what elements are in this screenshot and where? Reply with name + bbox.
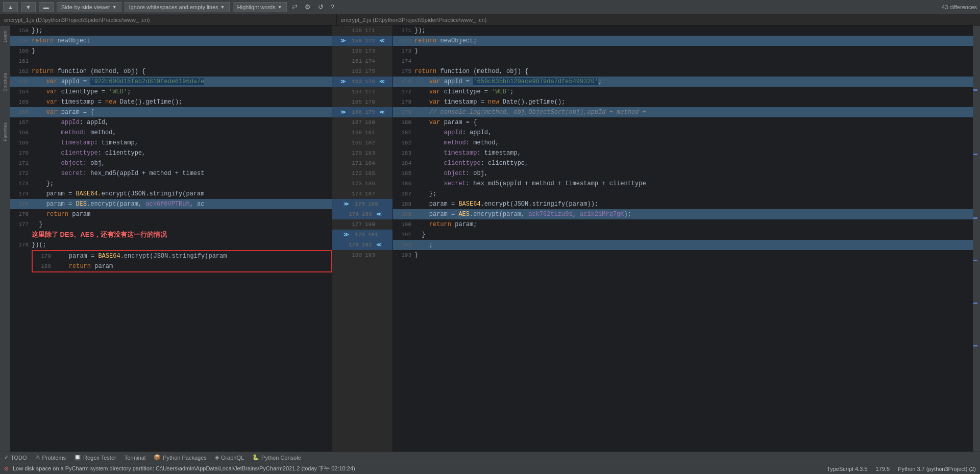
- scroll-indicator: [973, 217, 977, 219]
- table-row: 176 return param: [10, 209, 332, 219]
- error-icon: ⊘: [4, 465, 9, 472]
- table-row: 190 return param;: [393, 219, 973, 230]
- settings-icon[interactable]: ⇄: [290, 2, 300, 12]
- scroll-indicator: [973, 89, 977, 91]
- ignore-chevron: ▼: [220, 5, 225, 10]
- diff-count: 43 differences: [942, 4, 977, 10]
- python-packages-tab[interactable]: 📦 Python Packages: [154, 454, 207, 461]
- right-code-panel[interactable]: 171 }); 172 return newObject; 173 } 174: [393, 26, 973, 452]
- highlight-dropdown[interactable]: Highlight words ▼: [233, 2, 287, 12]
- nav-mark-btn[interactable]: ▬: [39, 2, 54, 12]
- table-row: 165 var timestamp = new Date().getTime()…: [10, 97, 332, 107]
- table-row: 180 var param = {: [393, 117, 973, 128]
- table-row: 这里除了 DES、AES，还有没有这一行的情况: [10, 230, 332, 240]
- learn-label: Learn: [3, 31, 8, 42]
- table-row: 175 param = DES.encrypt(param, ack6f0VPT…: [10, 199, 332, 209]
- table-row: 168 method: method,: [10, 128, 332, 138]
- problems-tab[interactable]: ⚠ Problems: [35, 454, 66, 461]
- table-row: 183 timestamp: timestamp,: [393, 148, 973, 158]
- right-file-path: encrypt_2.js (D:\python3Project\Spider\P…: [337, 14, 980, 25]
- scroll-indicator: [973, 345, 977, 346]
- regex-tester-tab[interactable]: 🔲 Regex Tester: [74, 454, 116, 461]
- table-row: 171 object: obj,: [10, 158, 332, 168]
- table-row: 176 ➤ var appId = '659c635bb129ace9879da…: [393, 77, 973, 87]
- sync-icon[interactable]: ↺: [316, 2, 326, 12]
- table-row: 171 });: [393, 26, 973, 36]
- table-row: 186 secret: hex_md5(appId + method + tim…: [393, 179, 973, 189]
- table-row: 178 var timestamp = new Date().getTime()…: [393, 97, 973, 107]
- help-icon[interactable]: ?: [329, 2, 336, 12]
- nav-up-btn[interactable]: ▲: [3, 2, 18, 12]
- table-row: 184 clienttype: clienttype,: [393, 158, 973, 168]
- table-row: 185 object: obj,: [393, 168, 973, 179]
- nav-down-btn[interactable]: ▼: [21, 2, 36, 12]
- table-row: 162 return function (method, obj) {: [10, 66, 332, 77]
- gear-icon[interactable]: ⚙: [303, 2, 313, 12]
- highlight-chevron: ▼: [278, 5, 282, 10]
- table-row: 163 ➤ var appId = '922c600d15fab2d819fed…: [10, 77, 332, 87]
- terminal-tab[interactable]: Terminal: [125, 455, 146, 461]
- cursor-position: 179:5: [876, 466, 890, 472]
- table-row: 193 }: [393, 250, 973, 260]
- table-row: 164 var clienttype = 'WEB';: [10, 87, 332, 97]
- annotation-box: 179 param = BASE64.encrypt(JSON.stringif…: [32, 250, 332, 272]
- table-row: 172 secret: hex_md5(appId + method + tim…: [10, 168, 332, 179]
- toolbar: ▲ ▼ ▬ Side-by-side viewer ▼ Ignore white…: [0, 0, 980, 14]
- table-row: 180 return param: [33, 261, 331, 271]
- typescript-version: TypeScript 4.3.5: [827, 466, 868, 472]
- favorites-label: Favorites: [3, 122, 8, 141]
- table-row: 169 timestamp: timestamp,: [10, 138, 332, 148]
- table-row: 173 };: [10, 179, 332, 189]
- table-row: 178 })(;: [10, 240, 332, 250]
- table-row: 181 appId: appId,: [393, 128, 973, 138]
- table-row: 166 var param = {: [10, 107, 332, 117]
- viewer-dropdown[interactable]: Side-by-side viewer ▼: [57, 2, 121, 12]
- todo-tab[interactable]: ✓ TODO: [4, 454, 27, 461]
- status-bar: ⊘ Low disk space on a PyCharm system dir…: [0, 463, 980, 474]
- file-header: encrypt_1.js (D:\python3Project\Spider\P…: [0, 14, 980, 26]
- table-row: 182 method: method,: [393, 138, 973, 148]
- table-row: 174: [393, 56, 973, 66]
- table-row: 177 }: [10, 219, 332, 230]
- middle-column: 158171 ≫159172≪ 160173 161174 162175 ≫16…: [332, 26, 393, 452]
- status-message: Low disk space on a PyCharm system direc…: [13, 465, 355, 472]
- left-file-path: encrypt_1.js (D:\python3Project\Spider\P…: [0, 14, 337, 25]
- scroll-indicator: [973, 303, 977, 304]
- left-code-panel[interactable]: 158 }); 159 return newObject 160 } 161: [10, 26, 332, 452]
- right-scrollbar[interactable]: [973, 26, 980, 452]
- python-console-tab[interactable]: 🐍 Python Console: [252, 454, 301, 461]
- table-row: 191 }: [393, 230, 973, 240]
- table-row: 189 param = AES.encrypt(param, ack762tLz…: [393, 209, 973, 219]
- table-row: 173 }: [393, 46, 973, 56]
- ignore-dropdown[interactable]: Ignore whitespaces and empty lines ▼: [125, 2, 230, 12]
- table-row: 170 clienttype: clienttype,: [10, 148, 332, 158]
- viewer-chevron: ▼: [112, 5, 117, 10]
- bottom-tabs-bar: ✓ TODO ⚠ Problems 🔲 Regex Tester Termina…: [0, 452, 980, 463]
- structure-label: Structure: [3, 73, 8, 92]
- table-row: 174 param = BASE64.encrypt(JSON.stringif…: [10, 189, 332, 199]
- table-row: 177 var clienttype = 'WEB';: [393, 87, 973, 97]
- scroll-indicator: [973, 260, 977, 261]
- scroll-indicator: [973, 154, 977, 155]
- python-version: Python 3.7 (python3Project) (2): [898, 466, 976, 472]
- table-row: 167 appId: appId,: [10, 117, 332, 128]
- table-row: 179 // console.log(method, obj,ObjectSor…: [393, 107, 973, 117]
- table-row: 187 };: [393, 189, 973, 199]
- status-right: TypeScript 4.3.5 179:5 Python 3.7 (pytho…: [827, 466, 976, 472]
- table-row: 192 ;: [393, 240, 973, 250]
- table-row: 160 }: [10, 46, 332, 56]
- graphql-tab[interactable]: ◈ GraphQL: [215, 454, 244, 461]
- panels-wrapper: 158 }); 159 return newObject 160 } 161: [10, 26, 980, 452]
- left-gutter: Learn Structure Favorites: [0, 26, 10, 452]
- table-row: 158 });: [10, 26, 332, 36]
- table-row: 161: [10, 56, 332, 66]
- table-row: 175 return function (method, obj) {: [393, 66, 973, 77]
- table-row: 159 return newObject: [10, 36, 332, 46]
- table-row: 179 param = BASE64.encrypt(JSON.stringif…: [33, 251, 331, 261]
- table-row: 172 return newObject;: [393, 36, 973, 46]
- table-row: 188 param = BASE64.encrypt(JSON.stringif…: [393, 199, 973, 209]
